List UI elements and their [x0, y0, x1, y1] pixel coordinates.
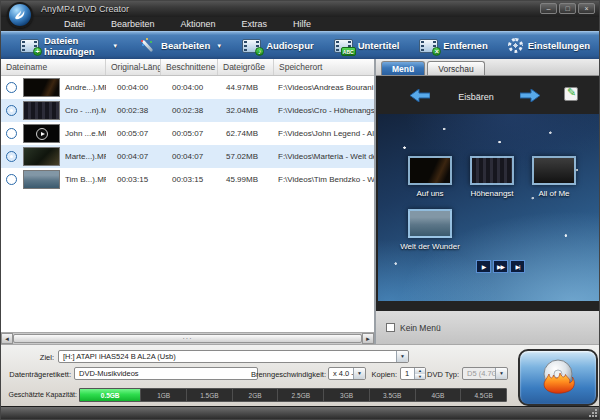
capacity-tick: 4.5GB [460, 389, 506, 401]
menu-aktionen[interactable]: Aktionen [168, 19, 229, 29]
menu-extras[interactable]: Extras [229, 19, 281, 29]
table-row[interactable]: Cro - ...n).MP4 00:02:38 00:02:38 32.04M… [1, 99, 374, 122]
menu-bar: Datei Bearbeiten Aktionen Extras Hilfe [1, 17, 599, 31]
burn-button[interactable] [518, 349, 598, 406]
video-thumbnail [23, 101, 60, 120]
table-row[interactable]: John ...e.MP4 00:05:07 00:05:07 62.74MB … [1, 122, 374, 145]
cell-filesize: 62.74MB [218, 129, 274, 138]
remove-button[interactable]: × Entfernen [410, 36, 496, 56]
convert-status-icon[interactable] [6, 151, 17, 162]
toolbar: + Dateien hinzufügen ▼ Bearbeiten ▼ ♪ Au… [1, 31, 599, 59]
play-icon[interactable]: ▶ [476, 260, 491, 273]
resize-grip[interactable] [588, 408, 597, 417]
video-thumbnail [23, 147, 60, 166]
menu-item-thumbnail[interactable] [408, 209, 452, 238]
film-subtitle-icon: ABC [334, 39, 353, 53]
menu-hilfe[interactable]: Hilfe [280, 19, 324, 29]
no-menu-checkbox[interactable] [386, 323, 395, 332]
column-beschnittene-laenge[interactable]: Beschnittene Lä [161, 59, 218, 75]
menu-item-thumbnail[interactable] [532, 156, 576, 185]
chevron-down-icon: ▼ [216, 43, 222, 49]
tab-menu[interactable]: Menü [381, 61, 425, 75]
cell-original-length: 00:04:07 [106, 152, 161, 161]
no-menu-label: Kein Menü [400, 323, 441, 333]
table-row[interactable]: Marte...).MP4 00:04:07 00:04:07 57.02MB … [1, 145, 374, 168]
column-dateiname[interactable]: Dateiname [1, 59, 106, 75]
capacity-bar: 0.5GB 1GB 1.5GB 2GB 2.5GB 3GB 3.5GB 4GB … [79, 388, 507, 402]
burn-disc-flame-icon [535, 357, 581, 399]
menu-bearbeiten[interactable]: Bearbeiten [98, 19, 168, 29]
table-row[interactable]: Tim B...).MP4 00:03:15 00:03:15 45.99MB … [1, 168, 374, 191]
gear-icon [508, 38, 523, 53]
column-original-laenge[interactable]: Original-Länge [106, 59, 161, 75]
template-name: Eisbären [432, 92, 520, 102]
scrollbar-thumb[interactable]: ··· [13, 334, 362, 343]
maximize-button[interactable]: □ [559, 3, 576, 14]
column-dateigroesse[interactable]: Dateigröße [218, 59, 274, 75]
menu-playback-controls: ▶ ▶▶ ▶| [476, 260, 525, 273]
edit-template-icon[interactable] [564, 87, 578, 101]
target-drive-select[interactable]: [H:] ATAPI iHAS524 B AL2A (Usb) ▼ [58, 350, 409, 363]
edit-button[interactable]: Bearbeiten ▼ [129, 35, 231, 57]
cell-filesize: 44.97MB [218, 83, 274, 92]
cell-original-length: 00:03:15 [106, 175, 161, 184]
plus-badge-icon: + [33, 47, 42, 56]
fast-forward-icon[interactable]: ▶▶ [493, 260, 508, 273]
menu-datei[interactable]: Datei [51, 19, 98, 29]
horizontal-scrollbar[interactable]: ◄ ··· ► [1, 332, 374, 344]
window-controls: – □ × [540, 3, 595, 14]
menu-item-thumbnail[interactable] [470, 156, 514, 185]
target-label: Ziel: [1, 353, 54, 362]
capacity-label: Geschätzte Kapazität: [3, 391, 77, 398]
close-button[interactable]: × [578, 3, 595, 14]
template-navigator: Eisbären [376, 76, 599, 114]
add-files-button[interactable]: + Dateien hinzufügen ▼ [11, 32, 127, 60]
convert-status-icon[interactable] [6, 174, 17, 185]
cell-trimmed-length: 00:05:07 [161, 129, 218, 138]
cell-filename: Marte...).MP4 [63, 152, 106, 161]
next-template-icon[interactable] [520, 88, 540, 106]
cell-filename: Cro - ...n).MP4 [63, 106, 106, 115]
dvd-type-select[interactable]: D5 (4.7G) ▼ [462, 367, 508, 380]
tab-vorschau[interactable]: Vorschau [427, 61, 484, 75]
capacity-tick: 3.5GB [369, 389, 415, 401]
convert-status-icon[interactable] [6, 128, 17, 139]
cell-trimmed-length: 00:04:07 [161, 152, 218, 161]
convert-status-icon[interactable] [6, 105, 17, 116]
target-drive-value: [H:] ATAPI iHAS524 B AL2A (Usb) [63, 352, 176, 361]
cell-filesize: 57.02MB [218, 152, 274, 161]
column-speicherort[interactable]: Speicherort [274, 59, 374, 75]
remove-label: Entfernen [443, 40, 487, 51]
table-row[interactable]: Andre...).MP4 00:04:00 00:04:00 44.97MB … [1, 76, 374, 99]
convert-status-icon[interactable] [6, 82, 17, 93]
settings-button[interactable]: Einstellungen [499, 35, 599, 56]
audio-badge-icon: ♪ [255, 47, 264, 56]
subtitle-button[interactable]: ABC Untertitel [325, 36, 409, 56]
video-thumbnail [23, 78, 60, 97]
status-bar [1, 406, 599, 419]
menu-item-thumbnail[interactable] [408, 156, 452, 185]
dvd-type-label: DVD Typ: [411, 370, 459, 379]
skip-next-icon[interactable]: ▶| [510, 260, 525, 273]
copies-value: 1 [405, 369, 409, 378]
video-thumbnail [23, 170, 60, 189]
cell-path: F:\Videos\Cro - Höhenangst f... [274, 106, 374, 115]
audio-track-button[interactable]: ♪ Audiospur [233, 36, 323, 56]
dropdown-arrow-icon[interactable]: ▼ [396, 351, 408, 362]
burn-speed-label: Brenngeschwindigkeit: [231, 370, 326, 379]
cell-filesize: 45.99MB [218, 175, 274, 184]
file-table: Dateiname Original-Länge Beschnittene Lä… [1, 59, 374, 344]
previous-template-icon[interactable] [410, 88, 430, 106]
magic-wand-icon [138, 38, 156, 54]
cell-path: F:\Videos\Andreas Bourani - ... [274, 83, 374, 92]
capacity-tick: 2.5GB [277, 389, 323, 401]
title-bar[interactable]: AnyMP4 DVD Creator – □ × [1, 1, 599, 17]
film-audio-icon: ♪ [242, 39, 261, 53]
minimize-button[interactable]: – [540, 3, 557, 14]
dropdown-arrow-icon[interactable]: ▼ [495, 368, 507, 379]
menu-options-bar: Kein Menü [376, 311, 599, 344]
scroll-right-icon[interactable]: ► [362, 333, 374, 344]
dvd-menu-preview[interactable]: Auf uns Höhenangst All of Me Welt der Wu… [378, 114, 599, 301]
scroll-left-icon[interactable]: ◄ [1, 333, 13, 344]
play-overlay-icon[interactable] [36, 128, 48, 140]
